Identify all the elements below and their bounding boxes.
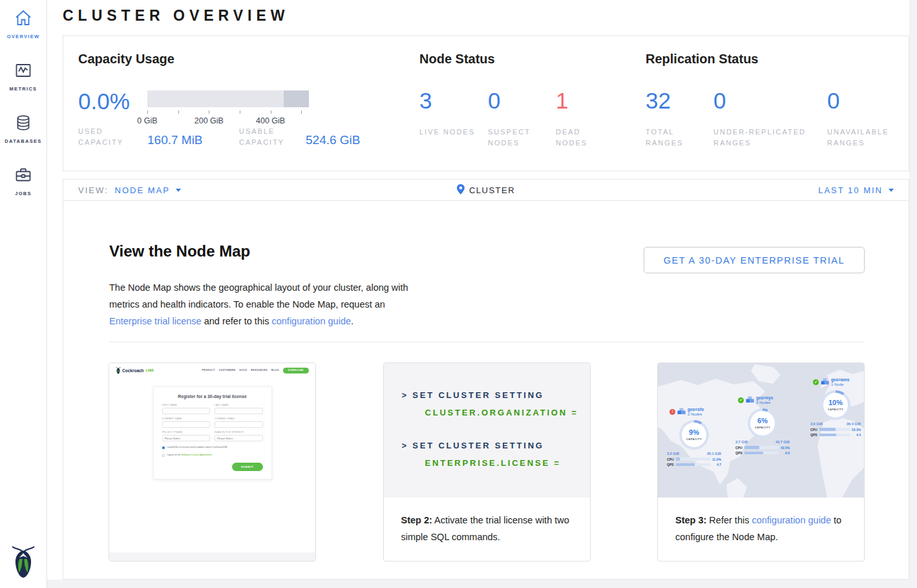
axis-tick	[240, 110, 240, 114]
axis-tick	[178, 110, 179, 114]
node-map-preview: ! geo=sfo2 Nodes 9%CAPACITY 3.2 GiB35.1 …	[658, 363, 864, 498]
node-status-title: Node Status	[419, 52, 495, 67]
unavailable-ranges-value: 0	[827, 88, 898, 114]
step2-card: > SET CLUSTER SETTING CLUSTER.ORGANIZATI…	[383, 362, 591, 562]
unavailable-ranges-stat: 0 UNAVAILABLE RANGES	[827, 88, 898, 149]
step1-caption: Step 1: Get a trial license delivered st…	[109, 561, 315, 562]
axis-tick-label: 0 GiB	[137, 116, 157, 125]
page-title: CLUSTER OVERVIEW	[63, 7, 290, 25]
get-enterprise-trial-button[interactable]: GET A 30-DAY ENTERPRISE TRIAL	[644, 247, 865, 273]
code-block: > SET CLUSTER SETTING CLUSTER.ORGANIZATI…	[384, 363, 590, 417]
mini-select: Please Select	[215, 435, 263, 441]
live-nodes-value: 3	[419, 88, 478, 114]
capacity-bar-track	[147, 90, 309, 107]
location-pin-icon	[457, 184, 465, 196]
mini-site-header: CockroachLABS PRODUCT CUSTOMERS DOCS RES…	[109, 363, 315, 377]
capacity-details: USED CAPACITY 160.7 MiB USABLE CAPACITY …	[78, 126, 361, 148]
sidebar-item-jobs[interactable]: JOBS	[14, 165, 33, 196]
divider	[109, 342, 865, 342]
mini-input	[162, 408, 211, 414]
briefcase-icon	[14, 165, 33, 187]
cluster-summary-panel: Capacity Usage 0.0% 0 GiB 200 GiB 400 Gi…	[63, 36, 909, 171]
sidebar-item-label: OVERVIEW	[7, 34, 40, 39]
axis-tick	[301, 110, 302, 114]
mini-cockroach-logo: CockroachLABS	[116, 367, 154, 374]
node-cubes-icon	[821, 376, 829, 388]
mini-site-nav: PRODUCT CUSTOMERS DOCS RESOURCES BLOG DO…	[202, 368, 309, 373]
usable-capacity-value: 524.6 GiB	[306, 133, 361, 148]
mini-nav-item: CUSTOMERS	[219, 369, 236, 372]
under-replicated-ranges-stat: 0 UNDER-REPLICATED RANGES	[713, 88, 823, 149]
capacity-used-percent: 0.0%	[78, 89, 130, 114]
configuration-guide-link[interactable]: configuration guide	[752, 515, 831, 525]
time-range-dropdown[interactable]: LAST 10 MIN	[818, 185, 894, 195]
sidebar-item-databases[interactable]: DATABASES	[5, 113, 41, 144]
node-locality-ams: ✓ geo=ams1 Node 10%CAPACITY 3.6 GiB36.4 …	[809, 376, 862, 437]
sidebar-item-label: DATABASES	[5, 138, 41, 144]
axis-tick	[271, 110, 271, 114]
total-ranges-value: 32	[646, 88, 704, 114]
capacity-usage-title: Capacity Usage	[78, 52, 174, 67]
sidebar-item-metrics[interactable]: METRICS	[10, 61, 37, 92]
sidebar-item-overview[interactable]: OVERVIEW	[7, 8, 40, 39]
chevron-down-icon	[176, 189, 181, 192]
step3-card: ! geo=sfo2 Nodes 9%CAPACITY 3.2 GiB35.1 …	[657, 362, 865, 562]
database-icon	[14, 113, 33, 135]
sidebar-item-label: METRICS	[10, 86, 37, 92]
mini-trial-form: Register for a 30-day trial license FIRS…	[153, 386, 272, 479]
main-content: CLUSTER OVERVIEW Capacity Usage 0.0% 0 G…	[47, 0, 909, 580]
live-nodes-label: LIVE NODES	[419, 127, 478, 138]
breadcrumb: CLUSTER	[457, 184, 515, 196]
sql-commands-illustration: > SET CLUSTER SETTING CLUSTER.ORGANIZATI…	[384, 363, 590, 498]
mini-nav-item: BLOG	[271, 369, 279, 372]
node-map-panel: VIEW: NODE MAP CLUSTER LAST 10 MIN View …	[63, 179, 909, 580]
suspect-nodes-label: SUSPECT NODES	[488, 127, 547, 149]
mini-input	[215, 421, 263, 428]
mini-nav-item: DOCS	[240, 369, 248, 372]
mini-download-button: DOWNLOAD	[283, 368, 309, 373]
cockroach-labs-logo-icon	[11, 545, 36, 582]
capacity-donut: 6%CAPACITY	[748, 408, 777, 438]
mini-nav-item: PRODUCT	[202, 369, 215, 372]
dead-nodes-value: 1	[556, 88, 607, 114]
capacity-donut: 10%CAPACITY	[821, 390, 850, 420]
view-dropdown[interactable]: NODE MAP	[115, 185, 181, 195]
total-ranges-label: TOTAL RANGES	[646, 127, 704, 149]
node-locality-sfo: ! geo=sfo2 Nodes 9%CAPACITY 3.2 GiB35.1 …	[666, 406, 722, 467]
capacity-donut: 9%CAPACITY	[679, 420, 709, 450]
live-nodes-stat: 3 LIVE NODES	[419, 88, 478, 138]
node-cubes-icon	[746, 394, 754, 406]
unavailable-ranges-label: UNAVAILABLE RANGES	[827, 127, 898, 149]
enterprise-trial-license-link[interactable]: Enterprise trial license	[109, 316, 202, 326]
capacity-usage-bar: 0 GiB 200 GiB 400 GiB	[147, 90, 309, 107]
dead-nodes-label: DEAD NODES	[556, 127, 607, 149]
section-description: The Node Map shows the geographical layo…	[109, 279, 418, 330]
mini-submit-button: SUBMIT	[232, 463, 263, 471]
capacity-bar-segment	[284, 90, 309, 107]
step1-card: CockroachLABS PRODUCT CUSTOMERS DOCS RES…	[109, 362, 316, 562]
axis-tick	[147, 110, 148, 114]
metrics-icon	[14, 61, 33, 83]
used-capacity-value: 160.7 MiB	[147, 133, 239, 148]
node-cubes-icon	[677, 406, 686, 417]
used-capacity-label: USED CAPACITY	[78, 126, 147, 148]
mini-input	[215, 408, 263, 414]
under-replicated-label: UNDER-REPLICATED RANGES	[713, 127, 823, 149]
home-icon	[14, 8, 33, 30]
view-label: VIEW:	[78, 185, 109, 195]
configuration-guide-link[interactable]: configuration guide	[271, 316, 351, 326]
under-replicated-value: 0	[713, 88, 823, 114]
node-map-body: View the Node Map The Node Map shows the…	[63, 201, 909, 579]
replication-status-title: Replication Status	[646, 52, 758, 67]
suspect-nodes-stat: 0 SUSPECT NODES	[488, 88, 547, 149]
mini-form-fields: FIRST NAME LAST NAME COMPANY NAME COMPAN…	[162, 404, 263, 441]
trial-signup-screenshot: CockroachLABS PRODUCT CUSTOMERS DOCS RES…	[109, 363, 315, 561]
view-bar: VIEW: NODE MAP CLUSTER LAST 10 MIN	[63, 180, 909, 201]
node-healthy-badge-icon: ✓	[813, 379, 819, 385]
chevron-down-icon	[889, 189, 894, 192]
sidebar-item-label: JOBS	[15, 191, 32, 196]
breadcrumb-cluster: CLUSTER	[469, 185, 515, 195]
mini-checkbox-checked	[162, 446, 165, 450]
dead-nodes-stat: 1 DEAD NODES	[556, 88, 607, 149]
view-selector[interactable]: VIEW: NODE MAP	[78, 185, 181, 195]
